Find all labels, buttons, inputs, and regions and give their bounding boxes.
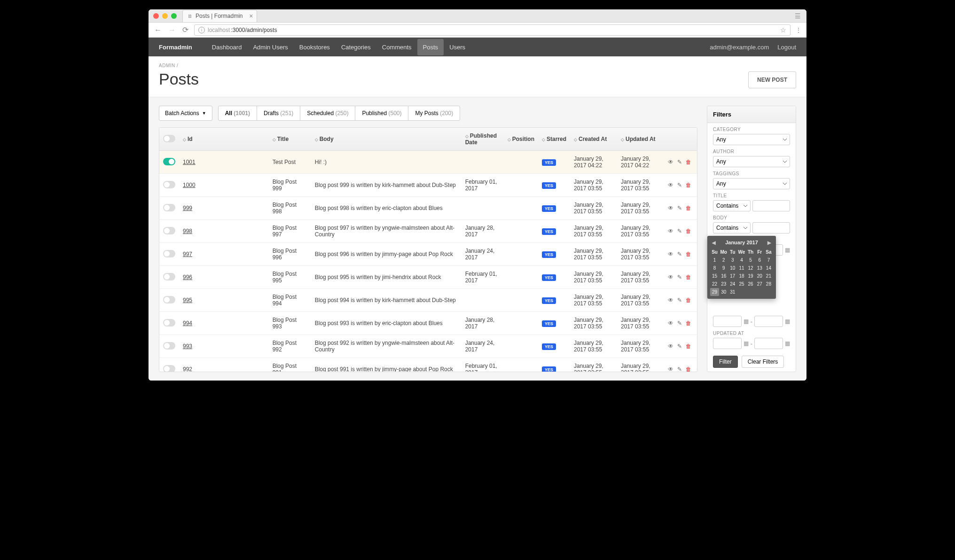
row-checkbox[interactable] [163, 273, 175, 280]
row-checkbox[interactable] [163, 181, 175, 188]
delete-icon[interactable]: 🗑 [686, 159, 691, 165]
delete-icon[interactable]: 🗑 [686, 320, 691, 327]
close-window-icon[interactable] [153, 13, 159, 19]
forward-arrow-icon[interactable]: → [167, 26, 177, 34]
clear-filters-button[interactable]: Clear Filters [742, 356, 784, 368]
row-checkbox[interactable] [163, 204, 175, 211]
delete-icon[interactable]: 🗑 [686, 205, 691, 211]
scope-published[interactable]: Published (500) [355, 106, 408, 121]
datepicker-day[interactable]: 10 [728, 264, 737, 272]
browser-menu-icon[interactable]: ⋮ [795, 26, 802, 34]
row-id-link[interactable]: 997 [183, 251, 192, 257]
row-id-link[interactable]: 993 [183, 343, 192, 350]
datepicker-day[interactable]: 17 [728, 272, 737, 280]
datepicker-day[interactable]: 21 [764, 272, 773, 280]
calendar-icon[interactable]: ▦ [785, 340, 790, 347]
nav-link-posts[interactable]: Posts [417, 39, 444, 55]
view-icon[interactable]: 👁 [668, 297, 673, 303]
row-checkbox[interactable] [163, 158, 175, 165]
row-checkbox[interactable] [163, 319, 175, 327]
bookmark-star-icon[interactable]: ☆ [780, 26, 786, 34]
row-id-link[interactable]: 996 [183, 274, 192, 280]
row-id-link[interactable]: 1001 [183, 159, 196, 165]
datepicker-day[interactable]: 29 [710, 288, 719, 296]
edit-icon[interactable]: ✎ [677, 366, 682, 372]
view-icon[interactable]: 👁 [668, 366, 673, 372]
view-icon[interactable]: 👁 [668, 251, 673, 257]
datepicker-day[interactable]: 22 [710, 280, 719, 288]
delete-icon[interactable]: 🗑 [686, 251, 691, 257]
datepicker-day[interactable]: 27 [755, 280, 764, 288]
nav-link-users[interactable]: Users [444, 39, 471, 55]
datepicker-day[interactable]: 18 [737, 272, 746, 280]
reload-icon[interactable]: ⟳ [181, 25, 189, 34]
browser-tab[interactable]: Posts | Formadmin × [182, 10, 257, 22]
maximize-window-icon[interactable] [171, 13, 177, 19]
datepicker-day[interactable]: 2 [719, 256, 728, 264]
url-field[interactable]: i localhost:3000/admin/posts ☆ [194, 24, 791, 36]
col-starred[interactable]: ◇Starred [538, 128, 570, 151]
batch-actions-button[interactable]: Batch Actions ▼ [159, 106, 212, 121]
filter-title-op[interactable]: Contains [713, 200, 751, 211]
row-id-link[interactable]: 994 [183, 320, 192, 327]
datepicker-day[interactable]: 3 [728, 256, 737, 264]
edit-icon[interactable]: ✎ [677, 251, 682, 257]
view-icon[interactable]: 👁 [668, 320, 673, 327]
edit-icon[interactable]: ✎ [677, 205, 682, 211]
nav-link-bookstores[interactable]: Bookstores [294, 39, 336, 55]
filter-body-input[interactable] [752, 222, 790, 233]
edit-icon[interactable]: ✎ [677, 320, 682, 327]
datepicker-day[interactable]: 12 [746, 264, 755, 272]
col-created-at[interactable]: ◇Created At [570, 128, 617, 151]
calendar-icon[interactable]: ▦ [785, 318, 790, 325]
view-icon[interactable]: 👁 [668, 343, 673, 350]
user-menu-icon[interactable]: ☰ [795, 12, 801, 20]
filter-updated-to[interactable] [754, 338, 783, 349]
datepicker-day[interactable]: 11 [737, 264, 746, 272]
delete-icon[interactable]: 🗑 [686, 182, 691, 188]
filter-category[interactable]: Any [713, 134, 790, 145]
row-checkbox[interactable] [163, 296, 175, 303]
datepicker-day[interactable]: 23 [719, 280, 728, 288]
nav-link-dashboard[interactable]: Dashboard [206, 39, 248, 55]
row-checkbox[interactable] [163, 342, 175, 350]
view-icon[interactable]: 👁 [668, 182, 673, 188]
datepicker-day[interactable]: 24 [728, 280, 737, 288]
select-all-checkbox[interactable] [163, 135, 175, 142]
row-id-link[interactable]: 995 [183, 297, 192, 303]
col-published-date[interactable]: ◇Published Date [462, 128, 504, 151]
minimize-window-icon[interactable] [162, 13, 168, 19]
datepicker-day[interactable]: 14 [764, 264, 773, 272]
delete-icon[interactable]: 🗑 [686, 297, 691, 303]
brand[interactable]: Formadmin [159, 44, 192, 51]
edit-icon[interactable]: ✎ [677, 159, 682, 165]
calendar-icon[interactable]: ▦ [744, 340, 749, 347]
filter-title-input[interactable] [752, 200, 790, 211]
col-body[interactable]: ◇Body [311, 128, 462, 151]
scope-scheduled[interactable]: Scheduled (250) [300, 106, 355, 121]
scope-all[interactable]: All (1001) [218, 106, 257, 121]
filter-updated-from[interactable] [713, 338, 742, 349]
datepicker-day[interactable]: 1 [710, 256, 719, 264]
view-icon[interactable]: 👁 [668, 205, 673, 211]
edit-icon[interactable]: ✎ [677, 297, 682, 303]
info-icon[interactable]: i [198, 27, 205, 33]
nav-link-categories[interactable]: Categories [336, 39, 376, 55]
col-title[interactable]: ◇Title [269, 128, 311, 151]
filter-taggings[interactable]: Any [713, 178, 790, 189]
row-checkbox[interactable] [163, 250, 175, 257]
row-checkbox[interactable] [163, 227, 175, 234]
datepicker-day[interactable]: 13 [755, 264, 764, 272]
datepicker-day[interactable]: 16 [719, 272, 728, 280]
col-updated-at[interactable]: ◇Updated At [617, 128, 664, 151]
nav-link-admin-users[interactable]: Admin Users [247, 39, 293, 55]
filter-body-op[interactable]: Contains [713, 222, 751, 233]
row-id-link[interactable]: 999 [183, 205, 192, 211]
datepicker-day[interactable]: 20 [755, 272, 764, 280]
delete-icon[interactable]: 🗑 [686, 366, 691, 372]
new-post-button[interactable]: NEW POST [748, 71, 796, 88]
nav-link-comments[interactable]: Comments [376, 39, 417, 55]
datepicker-day[interactable]: 25 [737, 280, 746, 288]
calendar-icon[interactable]: ▦ [744, 318, 749, 325]
filter-button[interactable]: Filter [713, 356, 738, 368]
